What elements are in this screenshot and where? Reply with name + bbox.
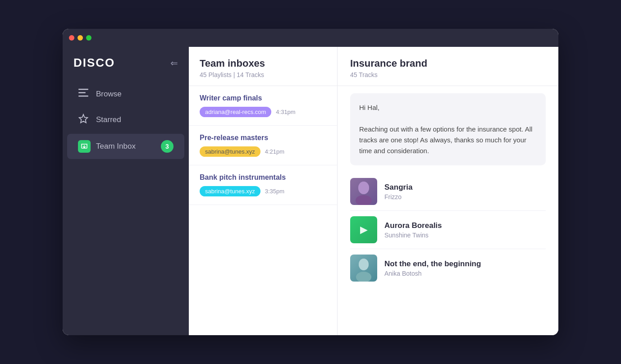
inbox-item-title: Pre-release masters — [200, 134, 326, 142]
inbox-item-writer-camp[interactable]: Writer camp finals adriana@real-recs.com… — [189, 86, 337, 126]
nav-items: Browse Starred — [63, 82, 189, 159]
browse-icon — [78, 89, 89, 99]
title-bar — [63, 29, 558, 47]
email-greeting: Hi Hal, — [359, 104, 379, 111]
svg-rect-2 — [78, 96, 88, 97]
logo: DISCO — [73, 56, 115, 70]
minimize-button[interactable] — [78, 35, 83, 41]
svg-point-4 — [356, 195, 372, 205]
middle-header: Team inboxes 45 Playlists | 14 Tracks — [189, 47, 337, 86]
email-body: Reaching out with a few options for the … — [359, 125, 532, 155]
inbox-item-title: Writer camp finals — [200, 94, 326, 102]
traffic-lights — [69, 35, 91, 41]
play-icon: ▶ — [360, 224, 368, 236]
browse-label: Browse — [96, 90, 122, 99]
sidebar-item-starred[interactable]: Starred — [67, 107, 184, 132]
track-artist: Frizzo — [384, 193, 412, 200]
inbox-time: 4:21pm — [265, 148, 284, 155]
app-body: DISCO ⇐ Browse — [63, 47, 558, 335]
svg-point-7 — [356, 272, 371, 282]
svg-rect-1 — [78, 92, 86, 94]
app-window: DISCO ⇐ Browse — [63, 29, 558, 335]
maximize-button[interactable] — [86, 35, 91, 41]
track-list: Sangria Frizzo ▶ Aurora Borealis Sunshin… — [338, 173, 558, 296]
track-artist: Sunshine Twins — [384, 232, 442, 239]
svg-point-8 — [359, 259, 369, 270]
team-inbox-label: Team Inbox — [96, 142, 136, 151]
track-name: Aurora Borealis — [384, 221, 442, 230]
right-panel-header: Insurance brand 45 Tracks — [338, 47, 558, 86]
inbox-time: 4:31pm — [276, 109, 295, 115]
track-item-notend[interactable]: Not the end, the beginning Anika Botosh — [350, 249, 546, 287]
track-thumbnail-sangria — [350, 178, 377, 205]
right-panel-title: Insurance brand — [350, 58, 546, 69]
inbox-item-prerelease[interactable]: Pre-release masters sabrina@tunes.xyz 4:… — [189, 126, 337, 165]
collapse-icon[interactable]: ⇐ — [170, 58, 178, 68]
track-info-notend: Not the end, the beginning Anika Botosh — [384, 259, 481, 277]
track-artist: Anika Botosh — [384, 270, 481, 277]
right-panel: Insurance brand 45 Tracks Hi Hal, Reachi… — [338, 47, 558, 335]
track-item-sangria[interactable]: Sangria Frizzo — [350, 173, 546, 211]
inbox-icon — [78, 140, 89, 153]
svg-rect-0 — [78, 89, 88, 90]
middle-panel-title: Team inboxes — [200, 58, 326, 69]
sidebar-item-team-inbox[interactable]: Team Inbox 3 — [67, 134, 184, 159]
sidebar-item-browse[interactable]: Browse — [67, 82, 184, 105]
track-name: Sangria — [384, 183, 412, 192]
email-tag: sabrina@tunes.xyz — [200, 146, 260, 157]
middle-panel-subtitle: 45 Playlists | 14 Tracks — [200, 71, 326, 78]
middle-panel: Team inboxes 45 Playlists | 14 Tracks Wr… — [189, 47, 338, 335]
inbox-item-meta: adriana@real-recs.com 4:31pm — [200, 107, 326, 117]
svg-point-5 — [358, 182, 369, 194]
track-name: Not the end, the beginning — [384, 259, 481, 268]
inbox-item-bank-pitch[interactable]: Bank pitch instrumentals sabrina@tunes.x… — [189, 165, 337, 205]
starred-label: Starred — [96, 115, 121, 124]
sidebar: DISCO ⇐ Browse — [63, 47, 189, 335]
inbox-item-meta: sabrina@tunes.xyz 4:21pm — [200, 146, 326, 157]
close-button[interactable] — [69, 35, 74, 41]
inbox-list: Writer camp finals adriana@real-recs.com… — [189, 86, 337, 335]
email-tag: adriana@real-recs.com — [200, 107, 271, 117]
right-panel-subtitle: 45 Tracks — [350, 71, 546, 78]
star-icon — [78, 114, 89, 126]
team-inbox-badge: 3 — [161, 140, 174, 153]
email-preview: Hi Hal, Reaching out with a few options … — [350, 93, 546, 165]
email-tag: sabrina@tunes.xyz — [200, 186, 260, 196]
inbox-time: 3:35pm — [265, 188, 284, 195]
sidebar-header: DISCO ⇐ — [63, 56, 189, 82]
track-info-sangria: Sangria Frizzo — [384, 183, 412, 200]
track-thumbnail-aurora: ▶ — [350, 216, 377, 243]
inbox-item-meta: sabrina@tunes.xyz 3:35pm — [200, 186, 326, 196]
track-info-aurora: Aurora Borealis Sunshine Twins — [384, 221, 442, 239]
track-item-aurora[interactable]: ▶ Aurora Borealis Sunshine Twins — [350, 211, 546, 249]
inbox-item-title: Bank pitch instrumentals — [200, 173, 326, 182]
track-thumbnail-notend — [350, 255, 377, 282]
